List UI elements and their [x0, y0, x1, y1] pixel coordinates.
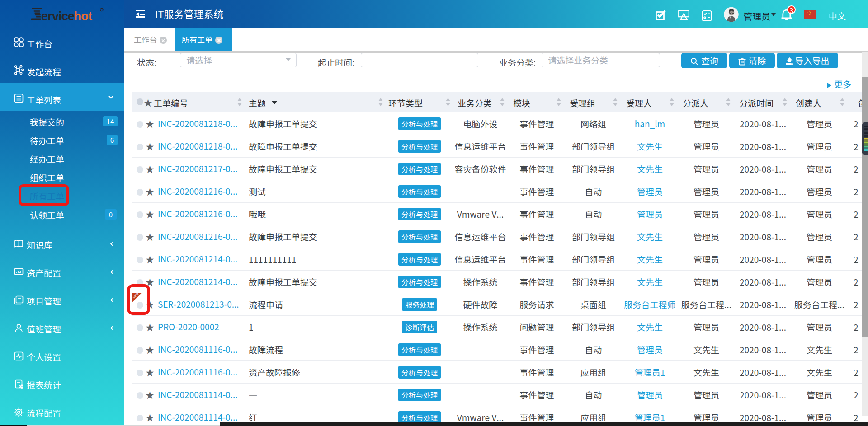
svg-text:ervice: ervice — [41, 9, 75, 23]
svg-text:hot: hot — [74, 9, 92, 23]
svg-text:R: R — [101, 9, 103, 11]
